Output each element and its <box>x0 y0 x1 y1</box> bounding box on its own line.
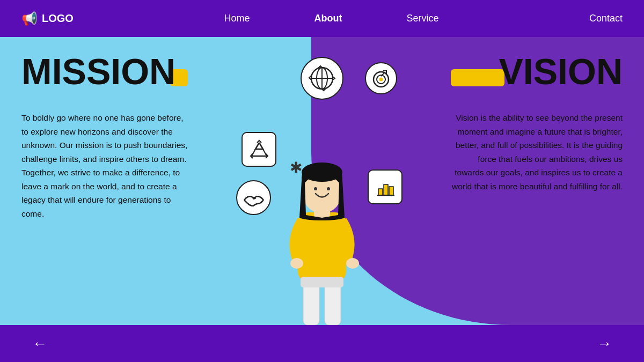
mission-section: MISSION To boldly go where no one has go… <box>0 37 204 325</box>
vision-section: VISION Vision is the ability to see beyo… <box>440 37 644 325</box>
logo-text: LOGO <box>42 12 74 25</box>
svg-point-19 <box>314 187 317 190</box>
svg-point-6 <box>379 78 383 82</box>
recycle-icon <box>241 132 276 167</box>
nav-links: Home About Service <box>74 13 589 24</box>
vision-yellow-bar <box>451 69 504 86</box>
center-illustration: ✱ <box>231 46 413 325</box>
nav-item-home[interactable]: Home <box>224 13 250 24</box>
svg-point-20 <box>327 187 330 190</box>
navbar: 📢 LOGO Home About Service Contact <box>0 0 644 37</box>
svg-rect-25 <box>301 277 343 287</box>
svg-rect-11 <box>378 189 383 195</box>
main-content: MISSION To boldly go where no one has go… <box>0 37 644 325</box>
target-icon <box>365 62 397 94</box>
svg-line-9 <box>244 200 247 203</box>
nav-link-home[interactable]: Home <box>224 13 250 24</box>
svg-rect-23 <box>303 282 319 325</box>
prev-arrow-button[interactable] <box>32 336 47 351</box>
svg-point-21 <box>290 258 303 269</box>
nav-link-service[interactable]: Service <box>406 13 438 24</box>
mission-title: MISSION <box>21 53 175 90</box>
svg-rect-24 <box>325 282 341 325</box>
svg-rect-12 <box>384 184 388 195</box>
globe-icon <box>301 57 343 100</box>
vision-title-wrap: VISION <box>451 53 623 90</box>
nav-item-about[interactable]: About <box>314 13 342 24</box>
nav-link-about[interactable]: About <box>314 13 342 24</box>
svg-rect-13 <box>389 187 393 195</box>
svg-rect-15 <box>298 212 346 282</box>
mission-text: To boldly go where no one has gone befor… <box>21 111 188 221</box>
nav-link-contact[interactable]: Contact <box>589 13 623 24</box>
next-arrow-button[interactable] <box>597 336 612 351</box>
nav-item-service[interactable]: Service <box>406 13 438 24</box>
svg-line-10 <box>260 200 264 203</box>
svg-point-18 <box>302 162 342 182</box>
logo-icon: 📢 <box>21 11 38 26</box>
footer <box>0 325 644 362</box>
chart-icon <box>368 169 402 204</box>
vision-text: Vision is the ability to see beyond the … <box>451 111 623 193</box>
person-illustration <box>274 121 370 325</box>
logo[interactable]: 📢 LOGO <box>21 11 74 26</box>
mission-title-wrap: MISSION <box>21 53 188 90</box>
vision-title: VISION <box>499 53 623 90</box>
svg-point-22 <box>346 258 359 269</box>
handshake-icon <box>236 180 271 215</box>
